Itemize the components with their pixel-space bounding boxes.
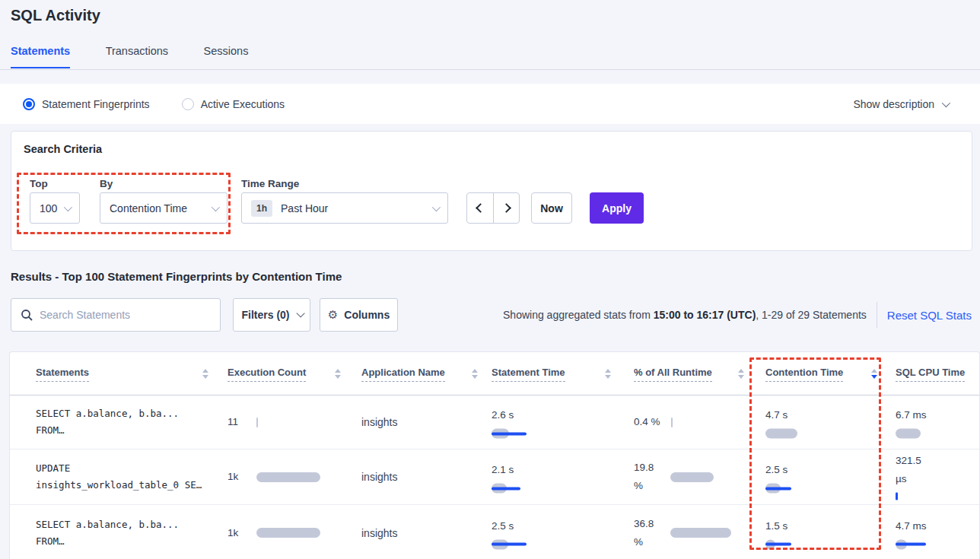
radio-label: Statement Fingerprints [42, 98, 150, 110]
sort-toggle[interactable] [200, 367, 211, 381]
tab-statements[interactable]: Statements [11, 45, 70, 68]
sql-cpu-time-cell: 6.7 ms [896, 406, 927, 439]
sql-cpu-time-bar [896, 539, 927, 549]
sql-cpu-time-cell: 4.7 ms [896, 516, 927, 549]
execution-count-cell: 11 [228, 413, 258, 431]
application-name-cell: insights [361, 471, 397, 483]
top-label: Top [30, 178, 48, 189]
statements-table: Statements Execution Count Application N… [9, 351, 980, 559]
application-name-cell: insights [361, 527, 397, 539]
time-range-value: Past Hour [281, 202, 328, 214]
statement-time-cell: 2.1 s [492, 461, 514, 494]
reset-sql-stats-link[interactable]: Reset SQL Stats [887, 309, 972, 322]
chevron-down-icon [212, 202, 220, 211]
radio-unselected-icon [182, 98, 194, 110]
columns-button[interactable]: ⚙ Columns [320, 298, 398, 332]
show-description-label: Show description [853, 98, 934, 110]
chevron-down-icon [432, 202, 441, 211]
search-statements-input[interactable] [40, 309, 211, 321]
table-header-row: Statements Execution Count Application N… [10, 352, 979, 395]
sort-desc-icon [871, 375, 877, 379]
divider [877, 302, 877, 328]
show-description-toggle[interactable]: Show description [853, 98, 948, 110]
col-header-statement-time[interactable]: Statement Time [492, 352, 613, 395]
filters-button[interactable]: Filters (0) [233, 298, 310, 332]
filters-label: Filters (0) [241, 309, 289, 321]
tab-sessions[interactable]: Sessions [204, 45, 249, 67]
top-select-value: 100 [40, 202, 57, 214]
table-row[interactable]: SELECT a.balance, b.ba...FROM… 11 insigh… [10, 395, 979, 449]
runtime-percent-bar [670, 528, 731, 538]
tab-bar: Statements Transactions Sessions [0, 44, 980, 70]
contention-time-cell: 4.7 s [765, 406, 797, 439]
application-name-cell: insights [361, 416, 397, 428]
sql-cpu-time-bar [896, 493, 921, 503]
radio-selected-icon [23, 98, 35, 110]
col-header-sql-cpu-time[interactable]: SQL CPU Time [896, 352, 980, 395]
now-button[interactable]: Now [531, 192, 572, 224]
stats-text: Showing aggregated stats from 15:00 to 1… [503, 309, 867, 321]
time-range-label: Time Range [241, 178, 299, 189]
sql-activity-page: SQL Activity Statements Transactions Ses… [0, 0, 980, 559]
search-criteria-card: Search Criteria Top 100 By Contention Ti… [11, 131, 972, 251]
search-statements-box [11, 298, 221, 332]
radio-active-executions[interactable]: Active Executions [182, 98, 285, 110]
execution-count-cell: 1k [228, 468, 320, 486]
sort-toggle-active[interactable] [869, 367, 880, 381]
chevron-left-icon [476, 203, 485, 213]
search-criteria-heading: Search Criteria [24, 143, 102, 155]
by-label: By [100, 178, 113, 189]
contention-time-cell: 2.5 s [765, 461, 788, 494]
page-title: SQL Activity [11, 7, 100, 24]
apply-button[interactable]: Apply [590, 192, 644, 224]
chevron-down-icon [296, 309, 304, 317]
columns-label: Columns [344, 309, 390, 321]
execution-count-cell: 1k [228, 524, 320, 542]
stats-summary: Showing aggregated stats from 15:00 to 1… [503, 298, 972, 332]
sort-toggle[interactable] [603, 367, 613, 381]
runtime-percent-bar [671, 418, 673, 427]
col-header-percent-runtime[interactable]: % of All Runtime [634, 352, 746, 395]
statement-fingerprint-link[interactable]: SELECT a.balance, b.ba...FROM… [36, 516, 179, 550]
statement-time-bar [492, 539, 514, 549]
runtime-percent-cell: 19.8% [634, 459, 714, 495]
col-header-application-name[interactable]: Application Name [361, 352, 480, 395]
time-range-pager [466, 192, 520, 224]
col-header-execution-count[interactable]: Execution Count [228, 352, 343, 395]
table-row[interactable]: UPDATEinsights_workload_table_0 SE… 1k i… [10, 449, 979, 505]
time-range-select[interactable]: 1h Past Hour [241, 192, 448, 224]
statement-time-bar [492, 429, 514, 439]
next-time-button[interactable] [493, 193, 519, 223]
chevron-down-icon [64, 202, 72, 211]
col-header-contention-time[interactable]: Contention Time [765, 352, 880, 395]
radio-statement-fingerprints[interactable]: Statement Fingerprints [23, 98, 150, 110]
sql-cpu-time-bar [896, 429, 927, 439]
contention-time-bar [765, 429, 797, 439]
execution-count-bar [256, 528, 320, 538]
by-select[interactable]: Contention Time [100, 192, 228, 224]
statement-fingerprint-link[interactable]: SELECT a.balance, b.ba...FROM… [36, 405, 179, 439]
runtime-percent-cell: 36.8% [634, 515, 731, 551]
col-header-statements[interactable]: Statements [36, 352, 211, 395]
by-select-value: Contention Time [110, 202, 187, 214]
contention-time-bar [765, 484, 788, 494]
statement-time-bar [492, 484, 514, 494]
execution-count-bar [256, 472, 320, 482]
sql-cpu-time-cell: 321.5 µs [896, 452, 921, 503]
view-mode-bar: Statement Fingerprints Active Executions… [0, 84, 980, 124]
chevron-down-icon [942, 98, 950, 106]
sort-toggle[interactable] [469, 367, 480, 381]
table-row[interactable]: SELECT a.balance, b.ba...FROM… 1k insigh… [10, 505, 979, 559]
radio-label: Active Executions [201, 98, 285, 110]
contention-time-cell: 1.5 s [765, 516, 788, 549]
sort-toggle[interactable] [332, 367, 343, 381]
tab-transactions[interactable]: Transactions [106, 45, 168, 67]
sort-toggle[interactable] [736, 367, 746, 381]
statement-fingerprint-link[interactable]: UPDATEinsights_workload_table_0 SE… [36, 460, 202, 494]
time-range-badge: 1h [251, 200, 272, 217]
top-select[interactable]: 100 [30, 192, 80, 224]
runtime-percent-bar [670, 472, 714, 482]
prev-time-button[interactable] [467, 193, 493, 223]
results-heading: Results - Top 100 Statement Fingerprints… [11, 270, 342, 283]
search-icon [21, 309, 33, 321]
